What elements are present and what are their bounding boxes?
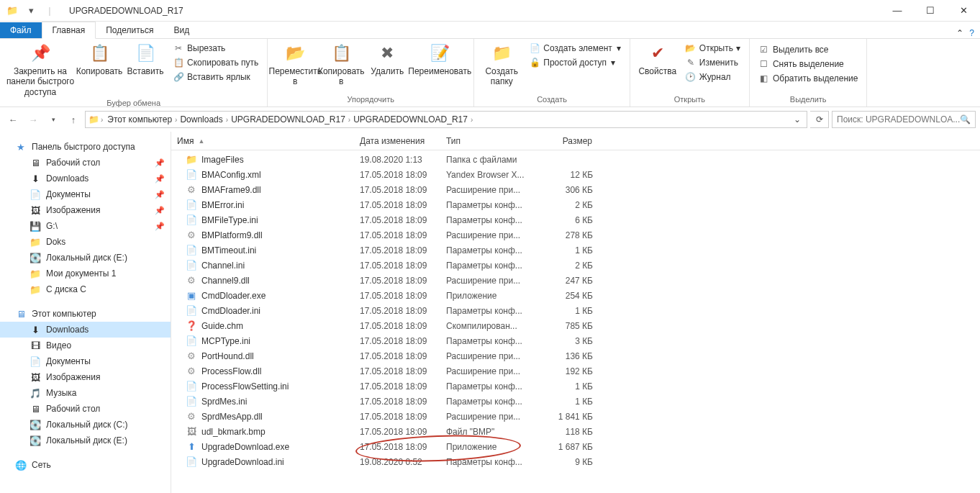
- new-folder-button[interactable]: 📁Создать папку: [478, 40, 525, 89]
- nav-item[interactable]: 📁Doks: [0, 234, 171, 250]
- col-type[interactable]: Тип: [440, 132, 541, 150]
- file-row[interactable]: ⚙SprdMesApp.dll17.05.2018 18:09Расширени…: [171, 409, 980, 424]
- nav-item[interactable]: ⬇Downloads📌: [0, 171, 171, 186]
- file-type: Yandex Browser X...: [440, 170, 541, 180]
- nav-item[interactable]: 💽Локальный диск (E:): [0, 250, 171, 266]
- search-input[interactable]: [837, 114, 960, 125]
- properties-button[interactable]: ✔Свойства: [635, 40, 681, 78]
- maximize-button[interactable]: ☐: [914, 0, 947, 22]
- invert-selection-button[interactable]: ◧Обратить выделение: [757, 72, 860, 85]
- address-dropdown-button[interactable]: ⌄: [791, 114, 804, 125]
- new-item-button[interactable]: 📄Создать элемент▾: [527, 42, 622, 55]
- file-row[interactable]: ⚙BMAFrame9.dll17.05.2018 18:09Расширение…: [171, 182, 980, 197]
- file-row[interactable]: 🖼udl_bkmark.bmp17.05.2018 18:09Файл "BMP…: [171, 424, 980, 439]
- col-size[interactable]: Размер: [541, 132, 599, 150]
- nav-item[interactable]: 🖼Изображения📌: [0, 202, 171, 218]
- file-row[interactable]: ▣CmdDloader.exe17.05.2018 18:09Приложени…: [171, 288, 980, 303]
- nav-quick-access[interactable]: ★ Панель быстрого доступа: [0, 139, 171, 155]
- file-row[interactable]: 📄BMFileType.ini17.05.2018 18:09Параметры…: [171, 212, 980, 227]
- nav-item[interactable]: 🖥Рабочий стол📌: [0, 155, 171, 171]
- file-row[interactable]: 📄Channel.ini17.05.2018 18:09Параметры ко…: [171, 258, 980, 273]
- tab-file[interactable]: Файл: [0, 22, 42, 38]
- col-name[interactable]: Имя▲: [171, 132, 354, 150]
- file-type: Расширение при...: [440, 276, 541, 286]
- recent-locations-button[interactable]: ▾: [45, 111, 62, 128]
- breadcrumb[interactable]: Downloads: [177, 114, 225, 125]
- file-row[interactable]: ⚙ProcessFlow.dll17.05.2018 18:09Расширен…: [171, 363, 980, 379]
- back-button[interactable]: ←: [4, 111, 22, 128]
- file-type: Параметры конф...: [440, 381, 541, 392]
- open-button[interactable]: 📂Открыть▾: [684, 42, 742, 55]
- breadcrumb[interactable]: Этот компьютер: [104, 114, 175, 125]
- file-type: Параметры конф...: [440, 215, 541, 225]
- tab-share[interactable]: Поделиться: [96, 22, 163, 38]
- easy-access-button[interactable]: 🔓Простой доступ▾: [527, 56, 622, 69]
- refresh-button[interactable]: ⟳: [810, 111, 829, 128]
- copy-button[interactable]: 📋 Копировать: [76, 40, 122, 78]
- file-row[interactable]: 📄UpgradeDownload.ini19.08.2020 0:52Парам…: [171, 454, 980, 469]
- copy-path-button[interactable]: 📋Скопировать путь: [171, 56, 260, 69]
- nav-this-pc[interactable]: 🖥 Этот компьютер: [0, 306, 171, 322]
- nav-item[interactable]: 📄Документы: [0, 353, 171, 369]
- tab-view[interactable]: Вид: [163, 22, 199, 38]
- pin-quick-access-button[interactable]: 📌 Закрепить на панели быстрого доступа: [4, 40, 76, 99]
- file-pane: Имя▲ Дата изменения Тип Размер 📁ImageFil…: [171, 132, 980, 493]
- file-row[interactable]: ⚙BMPlatform9.dll17.05.2018 18:09Расширен…: [171, 227, 980, 243]
- nav-item[interactable]: 💽Локальный диск (C:): [0, 417, 171, 433]
- nav-item[interactable]: 🎵Музыка: [0, 385, 171, 401]
- minimize-button[interactable]: —: [881, 0, 914, 22]
- file-row[interactable]: 📄BMAConfig.xml17.05.2018 18:09Yandex Bro…: [171, 167, 980, 182]
- collapse-ribbon-button[interactable]: ⌃: [956, 28, 963, 38]
- nav-item[interactable]: 💾G:\📌: [0, 218, 171, 234]
- file-row[interactable]: ⚙Channel9.dll17.05.2018 18:09Расширение …: [171, 273, 980, 288]
- delete-button[interactable]: ✖Удалить: [364, 40, 410, 78]
- file-size: 192 КБ: [541, 366, 599, 376]
- file-row[interactable]: 📄ProcessFlowSetting.ini17.05.2018 18:09П…: [171, 379, 980, 394]
- file-row[interactable]: ❓Guide.chm17.05.2018 18:09Скомпилирован.…: [171, 318, 980, 333]
- paste-button[interactable]: 📄 Вставить: [122, 40, 168, 78]
- file-row[interactable]: 📄MCPType.ini17.05.2018 18:09Параметры ко…: [171, 333, 980, 348]
- file-row[interactable]: 📁ImageFiles19.08.2020 1:13Папка с файлам…: [171, 152, 980, 167]
- file-type: Параметры конф...: [440, 261, 541, 271]
- up-button[interactable]: ↑: [65, 111, 82, 128]
- paste-shortcut-button[interactable]: 🔗Вставить ярлык: [171, 71, 260, 83]
- moveto-icon: 📂: [283, 42, 307, 65]
- file-row[interactable]: 📄CmdDloader.ini17.05.2018 18:09Параметры…: [171, 303, 980, 318]
- nav-item[interactable]: 📄Документы📌: [0, 186, 171, 202]
- search-box[interactable]: 🔍: [832, 111, 976, 128]
- history-button[interactable]: 🕑Журнал: [684, 71, 742, 83]
- nav-item[interactable]: 🖥Рабочий стол: [0, 401, 171, 417]
- col-date[interactable]: Дата изменения: [354, 132, 440, 150]
- forward-button[interactable]: →: [24, 111, 42, 128]
- move-to-button[interactable]: 📂Переместить в: [272, 40, 318, 89]
- file-row[interactable]: 📄BMTimeout.ini17.05.2018 18:09Параметры …: [171, 243, 980, 258]
- breadcrumb[interactable]: UPGRADEDOWNLOAD_R17: [228, 114, 348, 125]
- file-row[interactable]: ⬆UpgradeDownload.exe17.05.2018 18:09Прил…: [171, 439, 980, 454]
- titlebar: 📁 ▾ | UPGRADEDOWNLOAD_R17 — ☐ ✕: [0, 0, 980, 22]
- qat-arrow-icon[interactable]: ▾: [23, 3, 39, 19]
- rename-button[interactable]: 📝Переименовать: [410, 40, 469, 78]
- navigation-pane[interactable]: ★ Панель быстрого доступа 🖥Рабочий стол📌…: [0, 132, 171, 493]
- nav-item[interactable]: ⬇Downloads: [0, 322, 171, 338]
- file-row[interactable]: 📄BMError.ini17.05.2018 18:09Параметры ко…: [171, 197, 980, 212]
- close-button[interactable]: ✕: [947, 0, 980, 22]
- file-row[interactable]: ⚙PortHound.dll17.05.2018 18:09Расширение…: [171, 348, 980, 363]
- nav-item[interactable]: 🖼Изображения: [0, 369, 171, 385]
- copy-to-button[interactable]: 📋Копировать в: [318, 40, 364, 89]
- nav-item[interactable]: 💽Локальный диск (E:): [0, 433, 171, 448]
- nav-network[interactable]: 🌐 Сеть: [0, 457, 171, 473]
- select-none-button[interactable]: ☐Снять выделение: [757, 58, 860, 71]
- help-button[interactable]: ?: [969, 28, 974, 38]
- file-row[interactable]: 📄SprdMes.ini17.05.2018 18:09Параметры ко…: [171, 394, 980, 409]
- rename-icon: 📝: [428, 42, 451, 65]
- breadcrumb[interactable]: UPGRADEDOWNLOAD_R17: [350, 114, 471, 125]
- edit-button[interactable]: ✎Изменить: [684, 56, 742, 69]
- address-box[interactable]: 📁 › Этот компьютер›Downloads›UPGRADEDOWN…: [85, 111, 807, 128]
- nav-item-icon: ⬇: [29, 324, 42, 335]
- tab-home[interactable]: Главная: [42, 22, 96, 39]
- nav-item[interactable]: 📁Мои документы 1: [0, 266, 171, 281]
- nav-item[interactable]: 📁С диска С: [0, 281, 171, 297]
- nav-item[interactable]: 🎞Видео: [0, 338, 171, 353]
- select-all-button[interactable]: ☑Выделить все: [757, 43, 860, 56]
- cut-button[interactable]: ✂Вырезать: [171, 42, 260, 55]
